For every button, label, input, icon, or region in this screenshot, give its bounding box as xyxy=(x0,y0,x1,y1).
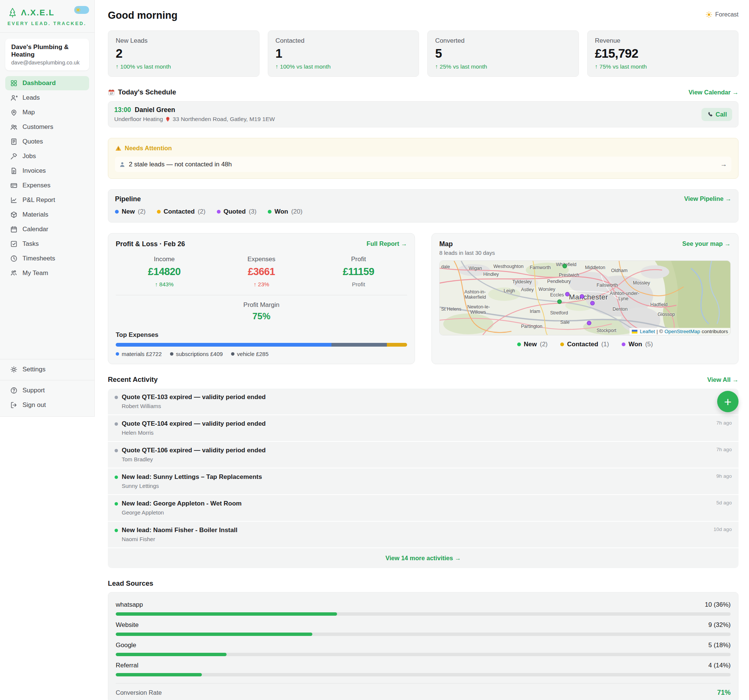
arrow-right-icon[interactable]: → xyxy=(720,160,727,168)
metric-label: Income xyxy=(116,256,213,263)
activity-contact-name: Naomi Fisher xyxy=(122,536,732,542)
leaflet-map[interactable]: daleWiganWesthoughtonFarnworthWhitefield… xyxy=(439,260,731,335)
needs-attention-card: Needs Attention 2 stale leads — not cont… xyxy=(108,138,738,179)
app-logo-text: Λ.X.E.L xyxy=(21,8,55,18)
legend-label: Won xyxy=(628,341,642,348)
map-place-label: Willows xyxy=(470,309,486,315)
pnl-metric: Profit £11159 Profit xyxy=(310,256,407,287)
stage-dot xyxy=(157,210,160,214)
activity-dot xyxy=(115,502,118,505)
map-place-label: Astley xyxy=(521,287,533,292)
sidebar-item-dashboard[interactable]: Dashboard xyxy=(5,76,89,90)
full-report-link[interactable]: Full Report → xyxy=(367,240,407,247)
credit-card-icon xyxy=(10,182,18,189)
sidebar-item-map[interactable]: Map xyxy=(5,105,89,119)
forecast-label: Forecast xyxy=(715,11,738,18)
lead-marker[interactable] xyxy=(565,292,570,296)
schedule-card[interactable]: 13:00 Daniel Green Underfloor Heating 33… xyxy=(108,101,738,127)
map-place-label: Partington xyxy=(521,324,542,329)
sidebar-item-signout[interactable]: Sign out xyxy=(5,398,89,412)
activity-dot xyxy=(115,449,118,452)
map-place-label: Pendlebury xyxy=(547,279,571,284)
activity-list: Quote QTE-103 expired — validity period … xyxy=(108,389,738,568)
main-content: Good morning Forecast New Leads 2 ↑ 100%… xyxy=(95,0,749,700)
map-place-label: Worsley xyxy=(538,286,555,292)
source-label: whatsapp xyxy=(116,601,143,608)
sidebar-item-materials[interactable]: Materials xyxy=(5,208,89,222)
sidebar-item-jobs[interactable]: Jobs xyxy=(5,149,89,163)
forecast-button[interactable]: Forecast xyxy=(706,10,738,18)
sidebar-item-label: P&L Report xyxy=(23,196,55,204)
stat-value: 5 xyxy=(435,46,571,61)
expense-segment xyxy=(387,343,407,347)
line-chart-icon xyxy=(10,196,18,204)
lead-marker[interactable] xyxy=(557,299,562,304)
sidebar-item-tasks[interactable]: Tasks xyxy=(5,237,89,251)
map-place-label: Failsworth xyxy=(596,283,618,288)
view-more-activities-link[interactable]: View 14 more activities → xyxy=(385,554,461,561)
see-your-map-link[interactable]: See your map → xyxy=(682,240,731,247)
map-place-label: Hadfield xyxy=(651,302,668,307)
expense-label: materials £2722 xyxy=(122,351,162,357)
sidebar-item-my-team[interactable]: My Team xyxy=(5,266,89,280)
legend-label: Contacted xyxy=(567,341,598,348)
activity-title-text: Quote QTE-103 expired — validity period … xyxy=(122,394,266,401)
pnl-card: Profit & Loss · Feb 26 Full Report → Inc… xyxy=(108,233,415,364)
sidebar-item-label: Dashboard xyxy=(23,80,56,87)
leaflet-link[interactable]: Leaflet xyxy=(640,329,655,334)
lead-marker[interactable] xyxy=(590,301,595,305)
pipeline-title: Pipeline xyxy=(115,195,141,203)
map-place-label: Tyldesley xyxy=(512,279,532,285)
user-email: dave@davesplumbing.co.uk xyxy=(11,60,83,66)
activity-dot xyxy=(115,396,118,399)
expense-dot xyxy=(170,352,173,355)
activity-row[interactable]: New lead: Naomi Fisher - Boiler Install … xyxy=(108,522,738,547)
app-tagline: EVERY LEAD. TRACKED. xyxy=(8,21,88,26)
needs-attention-title: Needs Attention xyxy=(115,145,731,152)
lead-marker[interactable] xyxy=(563,264,567,268)
stage-dot xyxy=(268,210,272,214)
osm-link[interactable]: OpenStreetMap xyxy=(664,329,700,334)
sidebar-item-settings[interactable]: Settings xyxy=(5,362,89,377)
map-place-label: St Helens xyxy=(441,306,462,312)
view-all-link[interactable]: View All → xyxy=(708,376,738,383)
view-pipeline-link[interactable]: View Pipeline → xyxy=(684,195,731,202)
activity-row[interactable]: New lead: Sunny Lettings – Tap Replaceme… xyxy=(108,469,738,494)
sidebar-item-invoices[interactable]: Invoices xyxy=(5,164,89,178)
activity-title-text: Quote QTE-106 expired — validity period … xyxy=(122,447,266,454)
team-icon xyxy=(10,270,18,277)
sidebar-item-pnl-report[interactable]: P&L Report xyxy=(5,193,89,207)
source-progress-track xyxy=(116,612,731,616)
activity-row[interactable]: Quote QTE-104 expired — validity period … xyxy=(108,415,738,441)
lead-marker[interactable] xyxy=(587,321,592,325)
sidebar-item-label: Expenses xyxy=(23,182,50,189)
stat-value: 2 xyxy=(116,46,252,61)
stat-label: Revenue xyxy=(595,37,731,44)
metric-label: Expenses xyxy=(213,256,310,263)
activity-row[interactable]: Quote QTE-106 expired — validity period … xyxy=(108,442,738,468)
sidebar-item-customers[interactable]: Customers xyxy=(5,120,89,134)
lead-marker[interactable] xyxy=(580,294,584,299)
user-card[interactable]: Dave's Plumbing & Heating dave@davesplum… xyxy=(5,38,89,70)
activity-row[interactable]: New lead: George Appleton - Wet Room Geo… xyxy=(108,495,738,521)
theme-toggle[interactable] xyxy=(74,6,89,14)
sun-icon xyxy=(75,7,81,13)
sidebar-item-calendar[interactable]: Calendar xyxy=(5,222,89,236)
pin-icon xyxy=(165,116,170,122)
quote-doc-icon xyxy=(10,138,18,146)
legend-count: (2) xyxy=(540,341,547,348)
stale-leads-row[interactable]: 2 stale leads — not contacted in 48h → xyxy=(115,157,731,172)
source-progress-fill xyxy=(116,612,337,616)
add-button[interactable]: + xyxy=(717,391,738,412)
sidebar-item-timesheets[interactable]: Timesheets xyxy=(5,251,89,266)
sidebar-item-quotes[interactable]: Quotes xyxy=(5,135,89,149)
legend-count: (1) xyxy=(601,341,609,348)
expense-dot xyxy=(231,352,234,355)
call-button[interactable]: Call xyxy=(702,108,732,121)
sidebar-item-label: Timesheets xyxy=(23,255,55,262)
view-calendar-link[interactable]: View Calendar → xyxy=(688,89,738,96)
sidebar-item-support[interactable]: Support xyxy=(5,383,89,398)
activity-row[interactable]: Quote QTE-103 expired — validity period … xyxy=(108,389,738,414)
sidebar-item-expenses[interactable]: Expenses xyxy=(5,178,89,193)
sidebar-item-leads[interactable]: Leads xyxy=(5,91,89,105)
